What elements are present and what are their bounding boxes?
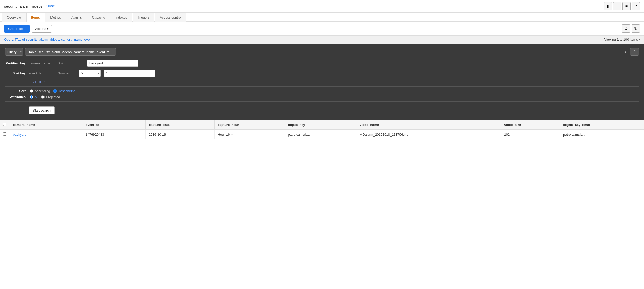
row-capture-date: 2016-10-19 bbox=[146, 130, 215, 139]
row-camera-name: backyard bbox=[10, 130, 82, 139]
tab-items[interactable]: Items bbox=[26, 13, 45, 22]
header-video-size: video_size bbox=[501, 120, 560, 130]
actions-button[interactable]: Actions ▾ bbox=[32, 25, 52, 33]
select-all-checkbox[interactable] bbox=[3, 123, 6, 126]
partition-key-type: String bbox=[58, 61, 76, 65]
top-bar: security_alarm_videos Close ▮ ▭ ■ ? bbox=[0, 0, 644, 13]
tab-triggers[interactable]: Triggers bbox=[133, 13, 154, 22]
collapse-button[interactable]: ⌃ bbox=[630, 48, 639, 56]
sort-key-input[interactable] bbox=[104, 70, 155, 77]
toolbar: Create item Actions ▾ ⚙ ↻ bbox=[0, 22, 644, 36]
partition-key-row: Partition key camera_name String = bbox=[5, 60, 639, 67]
query-link[interactable]: Query: [Table] security_alarm_videos: ca… bbox=[4, 38, 92, 41]
header-capture-hour: capture_hour bbox=[214, 120, 285, 130]
panel-center-icon[interactable]: ▭ bbox=[613, 2, 621, 10]
settings-icon[interactable]: ⚙ bbox=[622, 24, 630, 33]
tab-metrics[interactable]: Metrics bbox=[45, 13, 66, 22]
tab-overview[interactable]: Overview bbox=[2, 13, 26, 22]
tab-alarms[interactable]: Alarms bbox=[66, 13, 86, 22]
header-camera-name: camera_name bbox=[10, 120, 82, 130]
sort-key-type: Number bbox=[58, 71, 76, 75]
table-select-wrapper: [Table] security_alarm_videos: camera_na… bbox=[25, 48, 628, 56]
sort-key-operator-select[interactable]: = < > >= <= Between Begins with bbox=[79, 70, 101, 77]
table-container: camera_name event_ts capture_date captur… bbox=[0, 120, 644, 139]
all-radio[interactable]: All bbox=[30, 95, 38, 99]
help-icon[interactable]: ? bbox=[632, 2, 640, 10]
panel-left-icon[interactable]: ▮ bbox=[604, 2, 612, 10]
viewing-text: Viewing 1 to 100 items › bbox=[604, 38, 640, 41]
sort-row: Sort Ascending Descending bbox=[5, 89, 639, 93]
sort-key-row: Sort key event_ts Number = < > >= <= Bet… bbox=[5, 70, 639, 77]
query-controls-row: Query Scan [Table] security_alarm_videos… bbox=[5, 48, 639, 56]
header-video-name: video_name bbox=[356, 120, 501, 130]
partition-key-input[interactable] bbox=[87, 60, 138, 67]
header-event-ts: event_ts bbox=[82, 120, 146, 130]
header-object-key-small: object_key_smal bbox=[560, 120, 644, 130]
header-checkbox bbox=[0, 120, 10, 130]
sort-key-operator-wrapper: = < > >= <= Between Begins with bbox=[79, 70, 101, 77]
table-select[interactable]: [Table] security_alarm_videos: camera_na… bbox=[25, 48, 116, 56]
header-object-key: object_key bbox=[285, 120, 356, 130]
row-event-ts: 1476920433 bbox=[82, 130, 146, 139]
projected-radio[interactable]: Projected bbox=[41, 95, 60, 99]
row-select-checkbox[interactable] bbox=[3, 132, 6, 136]
ascending-radio[interactable]: Ascending bbox=[30, 89, 50, 93]
attributes-label: Attributes bbox=[5, 95, 26, 99]
add-filter-link[interactable]: + Add filter bbox=[29, 80, 639, 84]
query-bar: Query: [Table] security_alarm_videos: ca… bbox=[0, 36, 644, 44]
start-search-button[interactable]: Start search bbox=[29, 106, 55, 114]
table-row: backyard 1476920433 2016-10-19 Hour-16 ✏… bbox=[0, 130, 644, 139]
table-header-row: camera_name event_ts capture_date captur… bbox=[0, 120, 644, 130]
query-type-wrapper: Query Scan bbox=[5, 48, 23, 56]
partition-key-label: Partition key bbox=[5, 61, 26, 65]
query-type-select[interactable]: Query Scan bbox=[5, 48, 23, 56]
close-link[interactable]: Close bbox=[46, 4, 55, 8]
row-object-key: patrolcams/b... bbox=[285, 130, 356, 139]
header-capture-date: capture_date bbox=[146, 120, 215, 130]
window-icons: ▮ ▭ ■ ? bbox=[604, 2, 640, 10]
sort-key-name: event_ts bbox=[29, 71, 55, 75]
sort-label: Sort bbox=[5, 89, 26, 93]
attributes-radio-group: All Projected bbox=[30, 95, 60, 99]
toolbar-left: Create item Actions ▾ bbox=[4, 25, 52, 33]
top-bar-left: security_alarm_videos Close bbox=[4, 4, 55, 8]
toolbar-right: ⚙ ↻ bbox=[622, 24, 640, 33]
tab-capacity[interactable]: Capacity bbox=[87, 13, 110, 22]
items-table: camera_name event_ts capture_date captur… bbox=[0, 120, 644, 139]
row-video-size: 1024 bbox=[501, 130, 560, 139]
tab-indexes[interactable]: Indexes bbox=[110, 13, 132, 22]
row-capture-hour: Hour-16 ✏ bbox=[214, 130, 285, 139]
query-panel: Query Scan [Table] security_alarm_videos… bbox=[0, 44, 644, 120]
create-item-button[interactable]: Create item bbox=[4, 25, 30, 33]
row-object-key-small: patrolcams/b... bbox=[560, 130, 644, 139]
app-title: security_alarm_videos bbox=[4, 4, 42, 8]
edit-icon[interactable]: ✏ bbox=[231, 133, 233, 137]
sort-radio-group: Ascending Descending bbox=[30, 89, 75, 93]
row-video-name: MDalarm_20161018_113706.mp4 bbox=[356, 130, 501, 139]
attributes-row: Attributes All Projected bbox=[5, 95, 639, 99]
row-checkbox bbox=[0, 130, 10, 139]
divider-2 bbox=[5, 101, 639, 102]
camera-name-link[interactable]: backyard bbox=[13, 133, 27, 137]
partition-key-operator: = bbox=[79, 61, 84, 65]
refresh-icon[interactable]: ↻ bbox=[632, 24, 640, 33]
partition-key-name: camera_name bbox=[29, 61, 55, 65]
sort-key-label: Sort key bbox=[5, 71, 26, 75]
tabs: Overview Items Metrics Alarms Capacity I… bbox=[0, 13, 644, 22]
divider-1 bbox=[5, 86, 639, 87]
tab-access-control[interactable]: Access control bbox=[155, 13, 187, 22]
panel-right-icon[interactable]: ■ bbox=[622, 2, 631, 10]
descending-radio[interactable]: Descending bbox=[53, 89, 76, 93]
